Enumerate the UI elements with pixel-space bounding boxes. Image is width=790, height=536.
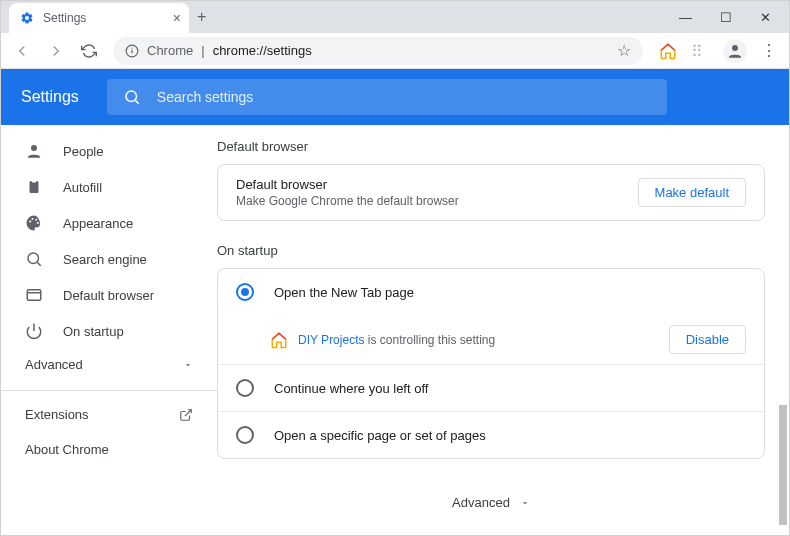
browser-icon: [25, 286, 43, 304]
advanced-label: Advanced: [25, 357, 83, 372]
radio-icon[interactable]: [236, 379, 254, 397]
advanced-footer[interactable]: Advanced: [217, 481, 765, 510]
maximize-icon[interactable]: ☐: [720, 10, 732, 25]
default-browser-row-title: Default browser: [236, 177, 638, 192]
sidebar-extensions[interactable]: Extensions: [1, 397, 217, 432]
person-icon: [25, 142, 43, 160]
browser-tab[interactable]: Settings ×: [9, 3, 189, 33]
window-titlebar: Settings × + — ☐ ✕: [1, 1, 789, 33]
option-label: Continue where you left off: [274, 381, 428, 396]
sidebar: People Autofill Appearance Search engine…: [1, 125, 217, 536]
minimize-icon[interactable]: —: [679, 10, 692, 25]
close-window-icon[interactable]: ✕: [760, 10, 771, 25]
option-label: Open a specific page or set of pages: [274, 428, 486, 443]
new-tab-button[interactable]: +: [197, 8, 206, 26]
startup-option-new-tab[interactable]: Open the New Tab page: [218, 269, 764, 315]
svg-point-2: [131, 47, 132, 48]
profile-avatar[interactable]: [723, 39, 747, 63]
advanced-label: Advanced: [452, 495, 510, 510]
house-extension-icon[interactable]: [659, 42, 677, 60]
svg-rect-7: [30, 181, 39, 193]
toolbar-right: ⠿ ⋮: [659, 39, 777, 63]
svg-point-12: [37, 222, 39, 224]
svg-point-11: [35, 219, 37, 221]
section-on-startup: On startup: [217, 243, 765, 258]
svg-point-9: [29, 221, 31, 223]
radio-selected-icon[interactable]: [236, 283, 254, 301]
vertical-scrollbar[interactable]: [779, 125, 787, 536]
svg-point-4: [126, 91, 137, 102]
svg-rect-15: [27, 290, 41, 301]
sidebar-label: On startup: [63, 324, 124, 339]
sidebar-item-autofill[interactable]: Autofill: [1, 169, 217, 205]
palette-icon: [25, 214, 43, 232]
startup-option-continue[interactable]: Continue where you left off: [218, 365, 764, 411]
power-icon: [25, 322, 43, 340]
option-label: Open the New Tab page: [274, 285, 414, 300]
chevron-down-icon: [183, 360, 193, 370]
tab-title: Settings: [43, 11, 165, 25]
section-default-browser: Default browser: [217, 139, 765, 154]
settings-title: Settings: [21, 88, 79, 106]
about-label: About Chrome: [25, 442, 109, 457]
sidebar-label: Default browser: [63, 288, 154, 303]
settings-header: Settings: [1, 69, 789, 125]
omnibox[interactable]: Chrome | chrome://settings ☆: [113, 37, 643, 65]
close-icon[interactable]: ×: [173, 10, 181, 26]
sidebar-item-people[interactable]: People: [1, 133, 217, 169]
search-icon: [25, 250, 43, 268]
startup-option-specific[interactable]: Open a specific page or set of pages: [218, 412, 764, 458]
menu-icon[interactable]: ⋮: [761, 41, 777, 60]
extension-name-link[interactable]: DIY Projects: [298, 333, 364, 347]
sidebar-item-search-engine[interactable]: Search engine: [1, 241, 217, 277]
sidebar-advanced[interactable]: Advanced: [1, 349, 217, 380]
omnibox-origin: Chrome: [147, 43, 193, 58]
search-input-container[interactable]: [107, 79, 667, 115]
house-extension-icon: [270, 331, 288, 349]
info-icon: [125, 44, 139, 58]
window-controls: — ☐ ✕: [679, 10, 789, 25]
sidebar-label: Search engine: [63, 252, 147, 267]
make-default-button[interactable]: Make default: [638, 178, 746, 207]
puzzle-icon[interactable]: ⠿: [691, 42, 709, 60]
address-bar: Chrome | chrome://settings ☆ ⠿ ⋮: [1, 33, 789, 69]
sidebar-label: Autofill: [63, 180, 102, 195]
star-icon[interactable]: ☆: [617, 41, 631, 60]
svg-line-14: [37, 262, 40, 265]
on-startup-card: Open the New Tab page DIY Projects is co…: [217, 268, 765, 459]
sidebar-label: Appearance: [63, 216, 133, 231]
search-icon: [123, 88, 141, 106]
svg-rect-8: [32, 180, 37, 183]
extensions-label: Extensions: [25, 407, 89, 422]
disable-button[interactable]: Disable: [669, 325, 746, 354]
svg-point-3: [732, 45, 738, 51]
svg-point-10: [32, 218, 34, 220]
sidebar-item-appearance[interactable]: Appearance: [1, 205, 217, 241]
omnibox-url: chrome://settings: [213, 43, 312, 58]
controlling-text: is controlling this setting: [364, 333, 495, 347]
clipboard-icon: [25, 178, 43, 196]
radio-icon[interactable]: [236, 426, 254, 444]
svg-line-18: [185, 409, 191, 415]
svg-point-13: [28, 253, 39, 264]
forward-icon[interactable]: [47, 42, 65, 60]
svg-point-6: [31, 145, 37, 151]
svg-line-5: [135, 100, 138, 103]
default-browser-row-sub: Make Google Chrome the default browser: [236, 194, 638, 208]
sidebar-label: People: [63, 144, 103, 159]
chevron-down-icon: [520, 498, 530, 508]
gear-icon: [19, 10, 35, 26]
back-icon[interactable]: [13, 42, 31, 60]
external-link-icon: [179, 408, 193, 422]
sidebar-item-default-browser[interactable]: Default browser: [1, 277, 217, 313]
sidebar-item-on-startup[interactable]: On startup: [1, 313, 217, 349]
sidebar-about[interactable]: About Chrome: [1, 432, 217, 467]
reload-icon[interactable]: [81, 43, 97, 59]
main-content: Default browser Default browser Make Goo…: [217, 125, 789, 536]
default-browser-card: Default browser Make Google Chrome the d…: [217, 164, 765, 221]
search-input[interactable]: [157, 89, 651, 105]
extension-controlling-row: DIY Projects is controlling this setting…: [218, 315, 764, 364]
scrollbar-thumb[interactable]: [779, 405, 787, 525]
